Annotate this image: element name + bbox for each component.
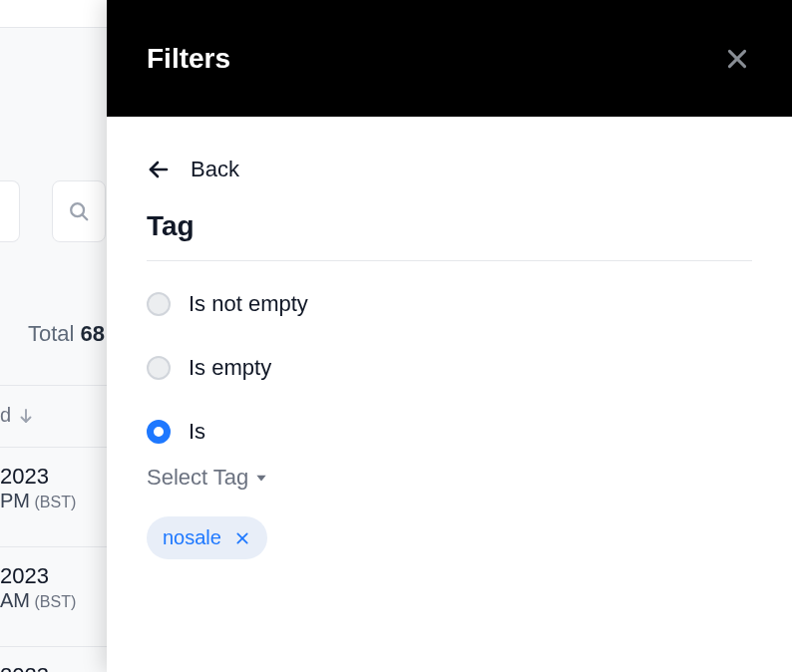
option-is-empty[interactable]: Is empty	[147, 355, 752, 381]
option-label: Is	[189, 419, 205, 445]
tag-chip[interactable]: nosale	[147, 516, 267, 559]
table-row[interactable]: 2023 AM (BST)	[0, 546, 110, 628]
row-time: PM	[0, 490, 30, 511]
panel-title: Filters	[147, 43, 230, 75]
radio-selected-icon	[147, 420, 171, 444]
svg-marker-6	[257, 476, 266, 482]
panel-body: Back Tag Is not empty Is empty Is Select…	[107, 117, 792, 559]
filter-panel: Filters Back Tag Is not empty Is empty	[107, 0, 792, 672]
select-tag-dropdown[interactable]: Select Tag	[147, 465, 752, 491]
option-is-not-empty[interactable]: Is not empty	[147, 291, 752, 317]
back-label: Back	[191, 157, 239, 182]
option-is[interactable]: Is	[147, 419, 752, 445]
row-year: 2023	[0, 563, 110, 589]
sort-down-icon	[17, 407, 35, 425]
search-icon	[68, 200, 90, 222]
row-year: 2023	[0, 464, 110, 490]
close-icon	[724, 46, 750, 72]
tag-chip-label: nosale	[163, 526, 221, 549]
tag-remove-button[interactable]	[233, 529, 251, 547]
radio-icon	[147, 356, 171, 380]
option-label: Is empty	[189, 355, 271, 381]
option-label: Is not empty	[189, 291, 308, 317]
backdrop-column-header[interactable]: d	[0, 385, 110, 445]
arrow-left-icon	[147, 157, 171, 182]
select-tag-label: Select Tag	[147, 465, 248, 491]
row-tz: (BST)	[34, 593, 76, 610]
backdrop-search-button[interactable]	[52, 180, 106, 242]
row-tz: (BST)	[34, 494, 76, 510]
table-row[interactable]: 2023	[0, 646, 110, 672]
table-row[interactable]: 2023 PM (BST)	[0, 447, 110, 528]
filter-options: Is not empty Is empty Is	[147, 291, 752, 445]
backdrop-total: Total 68	[28, 321, 105, 347]
close-icon	[234, 530, 250, 546]
radio-icon	[147, 292, 171, 316]
backdrop-search-fragment	[0, 180, 20, 242]
caret-down-icon	[254, 471, 268, 485]
field-title: Tag	[147, 210, 752, 261]
row-year: 2023	[0, 663, 110, 672]
back-button[interactable]: Back	[147, 157, 752, 182]
row-time: AM	[0, 589, 30, 611]
svg-line-1	[82, 214, 87, 219]
panel-header: Filters	[107, 0, 792, 117]
close-button[interactable]	[722, 44, 752, 74]
